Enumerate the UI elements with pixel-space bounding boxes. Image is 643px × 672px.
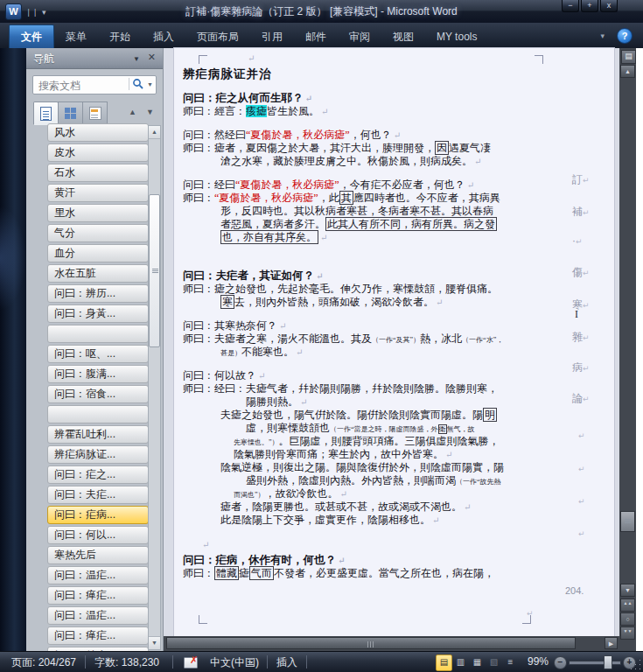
fullscreen-reading-button[interactable]: ▥	[452, 654, 469, 671]
resize-grip[interactable]	[630, 659, 642, 671]
nav-item-selected[interactable]: 问曰：疟病...	[47, 506, 149, 524]
tab-mytools[interactable]: MY tools	[425, 25, 488, 48]
tab-mailings[interactable]: 邮件	[294, 25, 338, 48]
browse-results-tab[interactable]	[82, 102, 108, 125]
nav-item[interactable]: 问曰：宿食...	[47, 385, 149, 403]
nav-item[interactable]: 石水	[47, 164, 149, 182]
nav-item[interactable]: 问曰：疟之...	[47, 466, 149, 484]
tab-insert[interactable]: 插入	[142, 25, 185, 48]
print-layout-button[interactable]: ▤	[436, 654, 452, 671]
nav-scroll-thumb[interactable]	[149, 194, 160, 347]
doc-line: 也，亦自有其序矣。↵	[183, 231, 575, 244]
vertical-scroll-thumb[interactable]	[620, 511, 635, 532]
nav-item[interactable]	[47, 325, 149, 343]
search-input[interactable]: 搜索文档 ▼	[32, 75, 157, 94]
zoom-slider-track[interactable]	[569, 661, 621, 665]
help-button[interactable]: ?	[617, 28, 633, 44]
nav-item[interactable]: 辨霍乱吐利...	[47, 425, 149, 444]
navigation-menu-icon[interactable]: ▼	[133, 55, 140, 63]
zoom-level[interactable]: 99%	[528, 655, 549, 668]
tab-review[interactable]: 审阅	[338, 25, 381, 48]
pilcrow-mark: ↵	[430, 515, 439, 525]
draft-view-button[interactable]: ≡	[502, 654, 519, 671]
tab-view[interactable]: 视图	[381, 25, 425, 48]
nav-item[interactable]: 气分	[47, 224, 149, 242]
nav-item[interactable]: 皮水	[47, 144, 149, 162]
select-browse-object-button[interactable]: ○	[620, 612, 635, 626]
nav-item[interactable]: 里水	[47, 204, 149, 222]
search-icon[interactable]	[132, 78, 144, 90]
nav-item[interactable]: 问曰：呕、...	[47, 345, 149, 363]
nav-list-scrollbar[interactable]: ▲ ▼	[148, 125, 161, 650]
nav-scroll-down-icon[interactable]: ▼	[149, 636, 160, 649]
previous-heading-icon[interactable]: ▲	[129, 108, 136, 116]
scroll-down-icon[interactable]: ▼	[620, 584, 635, 597]
status-bar: 页面: 204/267 字数: 138,230 ✗ 中文(中国) 插入 ▤ ▥ …	[0, 651, 643, 672]
word-count[interactable]: 字数: 138,230	[94, 655, 159, 670]
outline-view-button[interactable]: ▧	[486, 654, 502, 671]
nav-item[interactable]: 风水	[47, 123, 149, 142]
nav-item[interactable]: 问曰：何以...	[47, 526, 149, 544]
web-layout-button[interactable]: ▦	[469, 654, 486, 671]
tab-references[interactable]: 引用	[250, 25, 294, 48]
doc-text: 形，反四時也。其以秋病者寒甚，冬病者寒不甚。其以春病	[220, 205, 493, 217]
nav-item[interactable]: 问曰：身黃...	[47, 304, 149, 323]
zoom-out-button[interactable]: −	[554, 656, 567, 669]
doc-text: 不能寒也。	[241, 346, 294, 358]
tab-layout[interactable]: 页面布局	[185, 25, 250, 48]
close-button[interactable]: x	[600, 0, 618, 12]
nav-item[interactable]: 辨疟病脉证...	[47, 445, 149, 464]
ibeam-cursor: I	[575, 308, 583, 320]
document-page[interactable]: ↵辨疟病脉证并治问曰：疟之从何而生耶？↵师曰：經言：痎瘧皆生於風。↵问曰：然经曰…	[174, 48, 614, 652]
thumb-grip	[625, 519, 631, 524]
doc-text: “夏傷於暑，秋必病瘧”	[246, 129, 350, 141]
browse-headings-tab[interactable]	[33, 102, 59, 125]
nav-item[interactable]: 问曰：夫疟...	[47, 486, 149, 504]
zoom-slider-thumb[interactable]	[604, 655, 612, 669]
tab-home[interactable]: 开始	[98, 25, 142, 48]
doc-line: 先寒慄也。”）。巨陽虛，則腰背頭項痛。三陽俱虛則陰氣勝，	[183, 435, 575, 448]
horizontal-scroll-thumb[interactable]	[166, 637, 576, 649]
maximize-button[interactable]: +	[581, 0, 598, 12]
doc-line: 师曰：經言：痎瘧皆生於風。↵	[183, 105, 575, 118]
nav-item[interactable]: 血分	[47, 244, 149, 262]
language-status[interactable]: 中文(中国)	[210, 655, 259, 670]
ribbon-collapse-icon[interactable]: ▾	[600, 32, 605, 40]
previous-page-button[interactable]: ▲▲	[620, 598, 635, 612]
horizontal-scrollbar[interactable]: ▶	[164, 636, 619, 651]
margin-pilcrow: ↵	[578, 494, 585, 507]
tab-file[interactable]: 文件	[9, 24, 54, 48]
doc-text: 體藏	[214, 566, 239, 580]
minimize-button[interactable]: −	[562, 0, 579, 12]
search-dropdown-icon[interactable]: ▼	[147, 81, 153, 88]
scroll-up-icon[interactable]: ▲	[620, 65, 635, 78]
nav-item[interactable]: 问曰：辨历...	[47, 284, 149, 303]
browse-pages-tab[interactable]	[58, 102, 83, 125]
nav-item[interactable]: 问曰：温疟...	[47, 606, 149, 625]
ruler-toggle-icon[interactable]: ▤	[621, 50, 636, 64]
doc-text: 陰氣逆極，則復出之陽。陽與陰復倂於外，則陰虛而陽實，陽	[220, 461, 504, 473]
next-heading-icon[interactable]: ▼	[146, 108, 154, 116]
nav-scroll-up-icon[interactable]: ▲	[149, 126, 160, 139]
doc-line: 师曰：“夏傷於暑，秋必病瘧”，此其應四時者也。今不应者，其病異	[183, 192, 575, 205]
navigation-close-icon[interactable]: ✕	[148, 52, 156, 63]
nav-item[interactable]: 黄汗	[47, 184, 149, 202]
doc-heading: 辨疟病脉证并治	[183, 65, 575, 84]
nav-item[interactable]: 寒热先后	[47, 546, 149, 564]
doc-text: 夫瘧之始發也，陽气倂於陰。陽倂於陰則陰實而陽虛。陽	[220, 409, 483, 421]
nav-item[interactable]: 问曰：瘅疟...	[47, 626, 149, 645]
spellcheck-status-icon[interactable]: ✗	[184, 655, 199, 668]
nav-item[interactable]: 问曰：瘅疟...	[47, 586, 149, 605]
nav-item[interactable]: 问曰：温疟...	[47, 566, 149, 584]
tab-menu[interactable]: 菜单	[54, 25, 98, 48]
vertical-scrollbar[interactable]: ▤ ▲ ▼ ▲▲ ○ ▼▼	[619, 48, 636, 652]
scroll-right-icon[interactable]: ▶	[605, 637, 618, 649]
margin-vertical-char: 訂↵	[572, 172, 590, 187]
nav-item[interactable]: 水在五脏	[47, 264, 149, 283]
nav-item[interactable]	[47, 405, 149, 424]
margin-vertical-char: 雜↵	[572, 330, 590, 345]
nav-item[interactable]: 问曰：腹满...	[47, 365, 149, 383]
insert-mode[interactable]: 插入	[276, 655, 297, 670]
page-count[interactable]: 页面: 204/267	[11, 655, 76, 670]
next-page-button[interactable]: ▼▼	[620, 626, 635, 640]
